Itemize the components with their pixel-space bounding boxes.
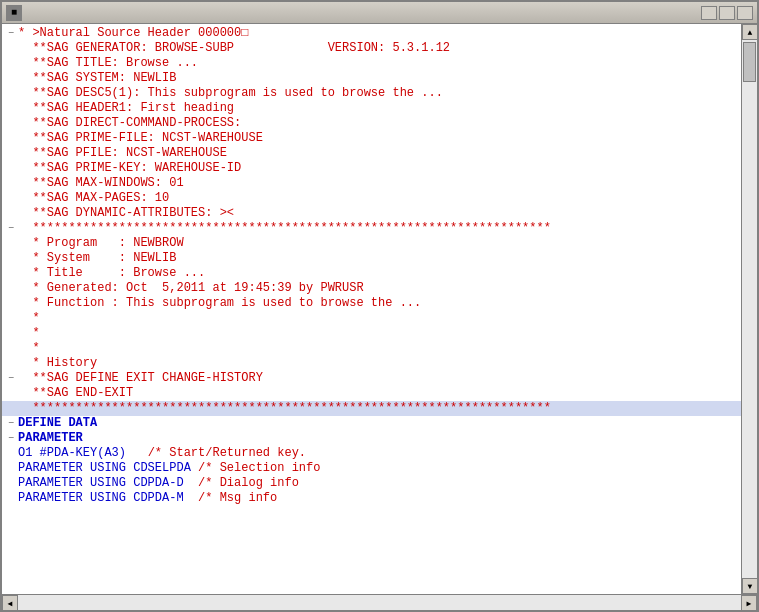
scroll-left-button[interactable]: ◀: [2, 595, 18, 610]
code-line: ****************************************…: [2, 401, 741, 416]
fold-icon[interactable]: −: [4, 416, 18, 431]
line-content: **SAG TITLE: Browse ...: [18, 56, 741, 71]
code-line: * Program : NEWBROW: [2, 236, 741, 251]
line-content: **SAG MAX-PAGES: 10: [18, 191, 741, 206]
line-content: **SAG HEADER1: First heading: [18, 101, 741, 116]
code-line: **SAG DESC5(1): This subprogram is used …: [2, 86, 741, 101]
line-content: **SAG DEFINE EXIT CHANGE-HISTORY: [18, 371, 741, 386]
line-content: **SAG PFILE: NCST-WAREHOUSE: [18, 146, 741, 161]
code-line: * Function : This subprogram is used to …: [2, 296, 741, 311]
line-content: ****************************************…: [18, 221, 741, 236]
window-icon: ■: [6, 5, 22, 21]
fold-icon[interactable]: −: [4, 221, 18, 236]
code-line: * Title : Browse ...: [2, 266, 741, 281]
close-button[interactable]: [737, 6, 753, 20]
scroll-down-button[interactable]: ▼: [742, 578, 757, 594]
scroll-h-track[interactable]: [18, 595, 741, 610]
code-line: **SAG MAX-WINDOWS: 01: [2, 176, 741, 191]
code-line: O1 #PDA-KEY(A3) /* Start/Returned key.: [2, 446, 741, 461]
line-content: O1 #PDA-KEY(A3) /* Start/Returned key.: [18, 446, 741, 461]
editor-area: −* >Natural Source Header 000000□ **SAG …: [2, 24, 757, 610]
line-content: **SAG SYSTEM: NEWLIB: [18, 71, 741, 86]
line-content: **SAG DIRECT-COMMAND-PROCESS:: [18, 116, 741, 131]
code-line: **SAG MAX-PAGES: 10: [2, 191, 741, 206]
line-content: **SAG DYNAMIC-ATTRIBUTES: ><: [18, 206, 741, 221]
line-content: ****************************************…: [18, 401, 741, 416]
line-content: * Function : This subprogram is used to …: [18, 296, 741, 311]
code-line: **SAG SYSTEM: NEWLIB: [2, 71, 741, 86]
line-content: **SAG GENERATOR: BROWSE-SUBP VERSION: 5.…: [18, 41, 741, 56]
vertical-scrollbar[interactable]: ▲ ▼: [741, 24, 757, 594]
code-line: * System : NEWLIB: [2, 251, 741, 266]
scroll-up-button[interactable]: ▲: [742, 24, 757, 40]
code-line: **SAG END-EXIT: [2, 386, 741, 401]
fold-icon[interactable]: −: [4, 371, 18, 386]
line-content: DEFINE DATA: [18, 416, 741, 431]
code-line: **SAG GENERATOR: BROWSE-SUBP VERSION: 5.…: [2, 41, 741, 56]
code-line: − **************************************…: [2, 221, 741, 236]
code-line: **SAG DYNAMIC-ATTRIBUTES: ><: [2, 206, 741, 221]
code-line: −PARAMETER: [2, 431, 741, 446]
code-line: * History: [2, 356, 741, 371]
fold-icon[interactable]: −: [4, 26, 18, 41]
line-content: PARAMETER USING CDSELPDA /* Selection in…: [18, 461, 741, 476]
line-content: **SAG END-EXIT: [18, 386, 741, 401]
code-line: **SAG PRIME-KEY: WAREHOUSE-ID: [2, 161, 741, 176]
line-content: * Title : Browse ...: [18, 266, 741, 281]
line-content: *: [18, 311, 741, 326]
code-line: *: [2, 341, 741, 356]
title-bar-buttons: [701, 6, 753, 20]
code-line: PARAMETER USING CDSELPDA /* Selection in…: [2, 461, 741, 476]
main-window: ■ −* >Natural Source Header 000000□ **SA…: [0, 0, 759, 612]
line-content: **SAG DESC5(1): This subprogram is used …: [18, 86, 741, 101]
line-content: * Program : NEWBROW: [18, 236, 741, 251]
scroll-thumb[interactable]: [743, 42, 756, 82]
fold-icon[interactable]: −: [4, 431, 18, 446]
code-line: **SAG DIRECT-COMMAND-PROCESS:: [2, 116, 741, 131]
title-bar: ■: [2, 2, 757, 24]
minimize-button[interactable]: [701, 6, 717, 20]
code-line: − **SAG DEFINE EXIT CHANGE-HISTORY: [2, 371, 741, 386]
code-line: * Generated: Oct 5,2011 at 19:45:39 by P…: [2, 281, 741, 296]
line-content: *: [18, 326, 741, 341]
code-lines[interactable]: −* >Natural Source Header 000000□ **SAG …: [2, 24, 741, 594]
line-content: **SAG MAX-WINDOWS: 01: [18, 176, 741, 191]
code-line: *: [2, 311, 741, 326]
code-line: **SAG TITLE: Browse ...: [2, 56, 741, 71]
code-line: −DEFINE DATA: [2, 416, 741, 431]
horizontal-scrollbar[interactable]: ◀ ▶: [2, 594, 757, 610]
line-content: PARAMETER USING CDPDA-D /* Dialog info: [18, 476, 741, 491]
line-content: **SAG PRIME-FILE: NCST-WAREHOUSE: [18, 131, 741, 146]
code-container: −* >Natural Source Header 000000□ **SAG …: [2, 24, 757, 594]
code-line: −* >Natural Source Header 000000□: [2, 26, 741, 41]
content-area: −* >Natural Source Header 000000□ **SAG …: [2, 24, 757, 610]
scroll-track[interactable]: [742, 40, 757, 578]
line-content: PARAMETER USING CDPDA-M /* Msg info: [18, 491, 741, 506]
line-content: * History: [18, 356, 741, 371]
code-line: PARAMETER USING CDPDA-M /* Msg info: [2, 491, 741, 506]
line-content: *: [18, 341, 741, 356]
line-content: * Generated: Oct 5,2011 at 19:45:39 by P…: [18, 281, 741, 296]
code-line: **SAG PRIME-FILE: NCST-WAREHOUSE: [2, 131, 741, 146]
code-line: PARAMETER USING CDPDA-D /* Dialog info: [2, 476, 741, 491]
line-content: **SAG PRIME-KEY: WAREHOUSE-ID: [18, 161, 741, 176]
scroll-right-button[interactable]: ▶: [741, 595, 757, 610]
maximize-button[interactable]: [719, 6, 735, 20]
line-content: * >Natural Source Header 000000□: [18, 26, 741, 41]
code-line: **SAG HEADER1: First heading: [2, 101, 741, 116]
line-content: PARAMETER: [18, 431, 741, 446]
code-line: **SAG PFILE: NCST-WAREHOUSE: [2, 146, 741, 161]
line-content: * System : NEWLIB: [18, 251, 741, 266]
code-line: *: [2, 326, 741, 341]
